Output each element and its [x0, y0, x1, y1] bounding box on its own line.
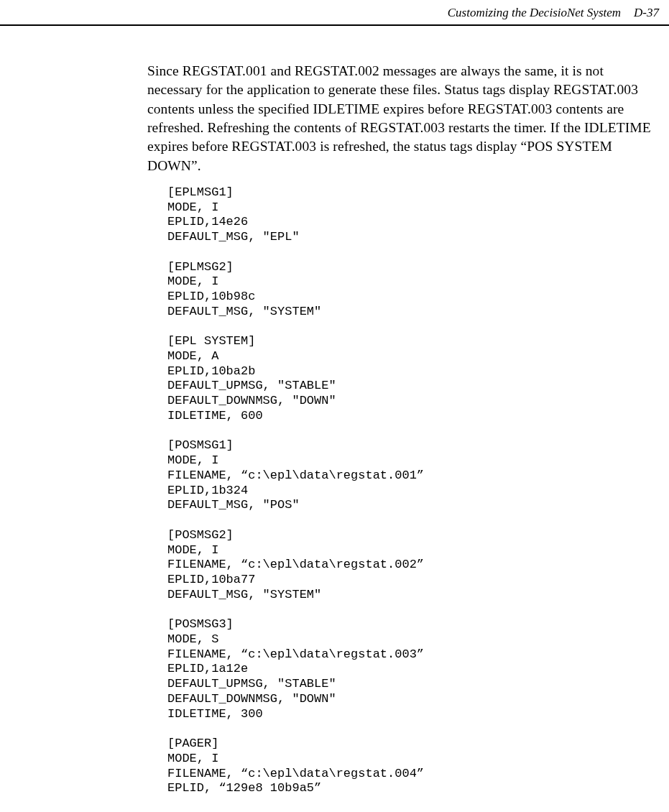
header-title: Customizing the DecisioNet System — [448, 6, 621, 20]
header-page-number: D-37 — [634, 6, 659, 20]
code-block: [EPLMSG1] MODE, I EPLID,14e26 DEFAULT_MS… — [167, 185, 656, 796]
page-header: Customizing the DecisioNet System D-37 — [0, 0, 669, 26]
page-content: Since REGSTAT.001 and REGSTAT.002 messag… — [0, 26, 669, 796]
body-paragraph: Since REGSTAT.001 and REGSTAT.002 messag… — [147, 62, 656, 175]
